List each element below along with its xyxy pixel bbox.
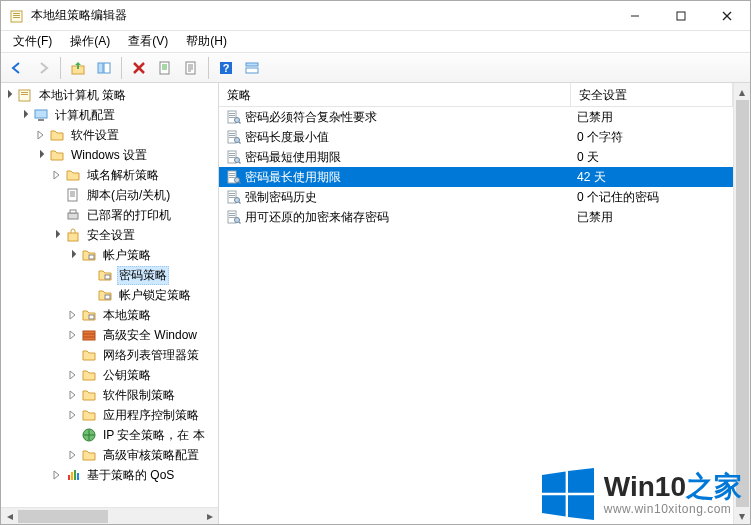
list-vertical-scrollbar[interactable]: ▴ ▾ bbox=[733, 83, 750, 524]
tree-node-software-restrict[interactable]: 软件限制策略 bbox=[1, 385, 218, 405]
tree-label: 基于策略的 QoS bbox=[85, 467, 176, 484]
help-button[interactable]: ? bbox=[214, 56, 238, 80]
tree-node-audit[interactable]: 高级审核策略配置 bbox=[1, 445, 218, 465]
window-controls bbox=[612, 1, 750, 30]
svg-rect-24 bbox=[68, 189, 77, 201]
tree-node-public-key[interactable]: 公钥策略 bbox=[1, 365, 218, 385]
scroll-down-icon[interactable]: ▾ bbox=[734, 507, 750, 524]
show-hide-tree-button[interactable] bbox=[92, 56, 116, 80]
list-row[interactable]: 强制密码历史0 个记住的密码 bbox=[219, 187, 733, 207]
svg-rect-26 bbox=[70, 210, 76, 213]
tree-node-local-policies[interactable]: 本地策略 bbox=[1, 305, 218, 325]
tree-node-scripts[interactable]: 脚本(启动/关机) bbox=[1, 185, 218, 205]
expander-closed-icon[interactable] bbox=[65, 327, 81, 343]
list-row[interactable]: 密码最短使用期限0 天 bbox=[219, 147, 733, 167]
svg-rect-61 bbox=[229, 177, 235, 178]
folder-policy-icon bbox=[81, 307, 97, 323]
tree-node-password-policy[interactable]: 密码策略 bbox=[1, 265, 218, 285]
tree-node-account-policies[interactable]: 帐户策略 bbox=[1, 245, 218, 265]
scroll-track[interactable] bbox=[18, 508, 201, 525]
scroll-left-icon[interactable]: ◂ bbox=[1, 508, 18, 525]
tree-label: 网络列表管理器策 bbox=[101, 347, 201, 364]
expander-closed-icon[interactable] bbox=[33, 127, 49, 143]
column-header-setting[interactable]: 安全设置 bbox=[571, 83, 733, 106]
list-row[interactable]: 密码必须符合复杂性要求已禁用 bbox=[219, 107, 733, 127]
expander-closed-icon[interactable] bbox=[65, 387, 81, 403]
expander-open-icon[interactable] bbox=[1, 87, 17, 103]
svg-line-63 bbox=[239, 182, 241, 184]
svg-rect-71 bbox=[229, 213, 235, 214]
svg-rect-1 bbox=[13, 13, 20, 14]
tree-node-lockout-policy[interactable]: 帐户锁定策略 bbox=[1, 285, 218, 305]
forward-button bbox=[31, 56, 55, 80]
svg-rect-47 bbox=[229, 133, 235, 134]
expander-open-icon[interactable] bbox=[17, 107, 33, 123]
folder-policy-icon bbox=[97, 267, 113, 283]
menu-help[interactable]: 帮助(H) bbox=[178, 31, 235, 52]
svg-rect-30 bbox=[105, 295, 110, 299]
tree-node-network-list[interactable]: 网络列表管理器策 bbox=[1, 345, 218, 365]
svg-text:?: ? bbox=[223, 62, 230, 74]
column-header-policy[interactable]: 策略 bbox=[219, 83, 571, 106]
tree-panel: 本地计算机 策略 计算机配置 软件设置 Windows 设置 域名解析策 bbox=[1, 83, 219, 524]
svg-rect-9 bbox=[98, 63, 103, 73]
list-row[interactable]: 密码最长使用期限42 天 bbox=[219, 167, 733, 187]
policy-setting: 0 天 bbox=[577, 149, 599, 166]
up-level-button[interactable] bbox=[66, 56, 90, 80]
list-row[interactable]: 密码长度最小值0 个字符 bbox=[219, 127, 733, 147]
tree-node-computer-config[interactable]: 计算机配置 bbox=[1, 105, 218, 125]
svg-rect-43 bbox=[229, 117, 235, 118]
scroll-track[interactable] bbox=[734, 100, 750, 507]
tree-node-software-settings[interactable]: 软件设置 bbox=[1, 125, 218, 145]
tree-horizontal-scrollbar[interactable]: ◂ ▸ bbox=[1, 507, 218, 524]
tree-node-name-resolution[interactable]: 域名解析策略 bbox=[1, 165, 218, 185]
tree-node-ipsec[interactable]: IP 安全策略，在 本 bbox=[1, 425, 218, 445]
svg-rect-66 bbox=[229, 195, 235, 196]
view-mode-button[interactable] bbox=[240, 56, 264, 80]
export-list-button[interactable] bbox=[153, 56, 177, 80]
scroll-up-icon[interactable]: ▴ bbox=[734, 83, 750, 100]
tree-node-security-settings[interactable]: 安全设置 bbox=[1, 225, 218, 245]
tree-node-app-control[interactable]: 应用程序控制策略 bbox=[1, 405, 218, 425]
menu-file[interactable]: 文件(F) bbox=[5, 31, 60, 52]
svg-rect-41 bbox=[229, 113, 235, 114]
folder-policy-icon bbox=[97, 287, 113, 303]
tree-node-firewall[interactable]: 高级安全 Window bbox=[1, 325, 218, 345]
back-button[interactable] bbox=[5, 56, 29, 80]
tree-node-windows-settings[interactable]: Windows 设置 bbox=[1, 145, 218, 165]
svg-line-69 bbox=[239, 202, 241, 204]
app-icon bbox=[9, 8, 25, 24]
policy-root-icon bbox=[17, 87, 33, 103]
maximize-button[interactable] bbox=[658, 1, 704, 30]
scroll-thumb[interactable] bbox=[736, 100, 749, 507]
svg-rect-22 bbox=[35, 110, 47, 118]
tree-body[interactable]: 本地计算机 策略 计算机配置 软件设置 Windows 设置 域名解析策 bbox=[1, 83, 218, 507]
menu-view[interactable]: 查看(V) bbox=[120, 31, 176, 52]
list-row[interactable]: 用可还原的加密来储存密码已禁用 bbox=[219, 207, 733, 227]
scroll-thumb[interactable] bbox=[18, 510, 108, 523]
expander-closed-icon[interactable] bbox=[65, 367, 81, 383]
expander-closed-icon[interactable] bbox=[65, 407, 81, 423]
expander-closed-icon[interactable] bbox=[65, 447, 81, 463]
properties-button[interactable] bbox=[179, 56, 203, 80]
menu-action[interactable]: 操作(A) bbox=[62, 31, 118, 52]
expander-closed-icon[interactable] bbox=[49, 467, 65, 483]
tree-node-deployed-printers[interactable]: 已部署的打印机 bbox=[1, 205, 218, 225]
tree-node-root[interactable]: 本地计算机 策略 bbox=[1, 85, 218, 105]
expander-closed-icon[interactable] bbox=[65, 307, 81, 323]
svg-rect-25 bbox=[68, 213, 78, 219]
tree-node-qos[interactable]: 基于策略的 QoS bbox=[1, 465, 218, 485]
scroll-right-icon[interactable]: ▸ bbox=[201, 508, 218, 525]
svg-rect-37 bbox=[71, 472, 73, 480]
svg-point-62 bbox=[235, 178, 240, 183]
close-button[interactable] bbox=[704, 1, 750, 30]
svg-rect-3 bbox=[13, 17, 20, 18]
list-body[interactable]: 密码必须符合复杂性要求已禁用密码长度最小值0 个字符密码最短使用期限0 天密码最… bbox=[219, 107, 733, 524]
expander-open-icon[interactable] bbox=[65, 247, 81, 263]
minimize-button[interactable] bbox=[612, 1, 658, 30]
delete-button[interactable] bbox=[127, 56, 151, 80]
expander-closed-icon[interactable] bbox=[49, 167, 65, 183]
firewall-icon bbox=[81, 327, 97, 343]
expander-open-icon[interactable] bbox=[33, 147, 49, 163]
expander-open-icon[interactable] bbox=[49, 227, 65, 243]
